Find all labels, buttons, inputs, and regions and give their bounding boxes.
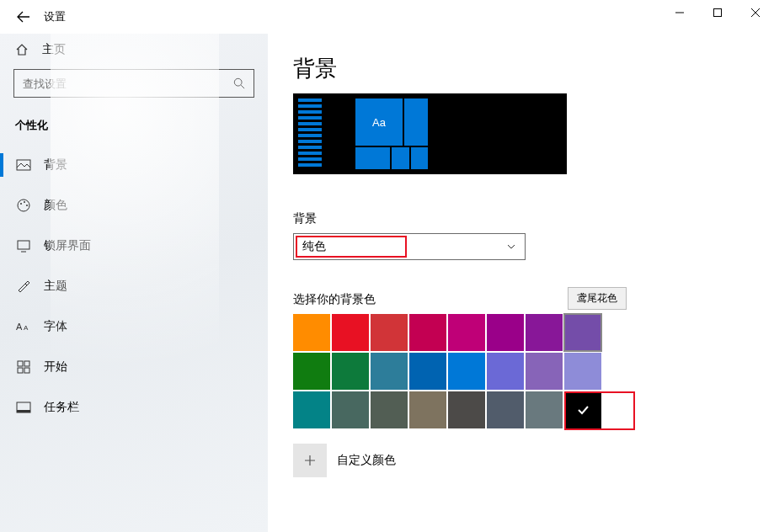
color-swatch[interactable] [371,353,408,390]
minimize-icon [675,8,684,17]
svg-point-6 [26,205,28,206]
checkmark-icon [576,403,590,417]
svg-point-5 [24,201,25,203]
window-title: 设置 [44,9,66,24]
palette-icon [15,198,32,213]
page-title: 背景 [293,54,774,83]
color-swatch[interactable] [293,391,330,428]
search-icon [233,77,245,89]
sidebar: 主页 个性化 背景 颜色 锁屏界面 主题 AA 字体 开始 [0,34,268,532]
color-swatch[interactable] [371,314,408,351]
sidebar-item-start[interactable]: 开始 [0,347,268,387]
color-swatch[interactable] [409,391,446,428]
color-swatch[interactable] [371,391,408,428]
color-swatch[interactable] [448,391,485,428]
content-pane: 背景 Aa 背景 纯色 选择你的背景色 鸢尾花色 [268,34,774,532]
sidebar-item-label: 字体 [44,319,67,334]
color-swatch[interactable] [487,314,524,351]
start-icon [15,359,32,375]
color-swatch[interactable] [526,353,563,390]
svg-rect-10 [18,361,23,366]
preview-sample-text: Aa [355,98,403,146]
background-type-label: 背景 [293,211,774,226]
sidebar-item-colors[interactable]: 颜色 [0,185,268,226]
background-type-dropdown[interactable]: 纯色 [293,233,526,260]
sidebar-item-background[interactable]: 背景 [0,145,268,185]
minimize-button[interactable] [660,0,698,25]
custom-color-label: 自定义颜色 [337,453,396,468]
custom-color-button[interactable] [293,444,327,477]
search-box[interactable] [13,69,254,98]
sidebar-item-fonts[interactable]: AA 字体 [0,306,268,347]
close-button[interactable] [736,0,774,25]
color-swatch[interactable] [409,353,446,390]
sidebar-item-label: 主题 [44,279,67,294]
window-controls [660,0,774,25]
color-swatch[interactable] [564,353,601,390]
color-tooltip: 鸢尾花色 [568,287,627,310]
sidebar-item-label: 任务栏 [44,400,79,415]
taskbar-icon [15,400,32,415]
color-swatch[interactable] [293,314,330,351]
sidebar-item-label: 锁屏界面 [44,238,91,253]
color-swatch[interactable] [293,353,330,390]
color-swatches: 鸢尾花色 [293,314,638,428]
home-label: 主页 [42,42,66,57]
desktop-preview: Aa [293,93,567,174]
search-input[interactable] [23,77,233,90]
svg-rect-12 [18,368,23,373]
sidebar-item-themes[interactable]: 主题 [0,266,268,306]
color-swatch[interactable] [448,353,485,390]
svg-rect-13 [24,368,29,373]
color-swatch[interactable] [332,353,369,390]
color-swatch[interactable] [332,314,369,351]
color-swatch[interactable] [409,314,446,351]
svg-rect-11 [24,361,29,366]
chevron-down-icon [506,242,516,252]
sidebar-item-taskbar[interactable]: 任务栏 [0,387,268,428]
svg-point-1 [234,78,242,86]
titlebar: 设置 [0,0,774,34]
color-swatch[interactable] [564,314,601,351]
maximize-icon [713,8,722,17]
color-swatch[interactable] [487,391,524,428]
font-icon: AA [15,319,32,334]
home-icon [15,43,32,56]
svg-text:A: A [24,324,29,332]
color-swatch[interactable] [526,391,563,428]
sidebar-item-label: 背景 [44,157,67,173]
sidebar-item-lockscreen[interactable]: 锁屏界面 [0,226,268,266]
color-swatch[interactable] [526,314,563,351]
section-title: 个性化 [0,113,268,145]
svg-text:A: A [16,322,23,332]
arrow-left-icon [17,10,30,24]
home-link[interactable]: 主页 [0,34,268,69]
svg-rect-15 [17,410,30,412]
svg-rect-7 [18,241,29,249]
pick-color-label: 选择你的背景色 [293,292,774,307]
lockscreen-icon [15,238,32,253]
maximize-button[interactable] [698,0,736,25]
theme-icon [15,279,32,294]
sidebar-item-label: 颜色 [44,198,67,213]
dropdown-value: 纯色 [302,239,326,254]
color-swatch[interactable] [564,391,601,428]
color-swatch[interactable] [332,391,369,428]
svg-rect-0 [713,9,721,17]
picture-icon [15,157,32,173]
back-button[interactable] [10,3,37,30]
color-swatch[interactable] [487,353,524,390]
svg-point-4 [20,203,22,205]
color-swatch[interactable] [448,314,485,351]
plus-icon [303,454,317,467]
close-icon [751,8,760,17]
sidebar-item-label: 开始 [44,359,67,375]
